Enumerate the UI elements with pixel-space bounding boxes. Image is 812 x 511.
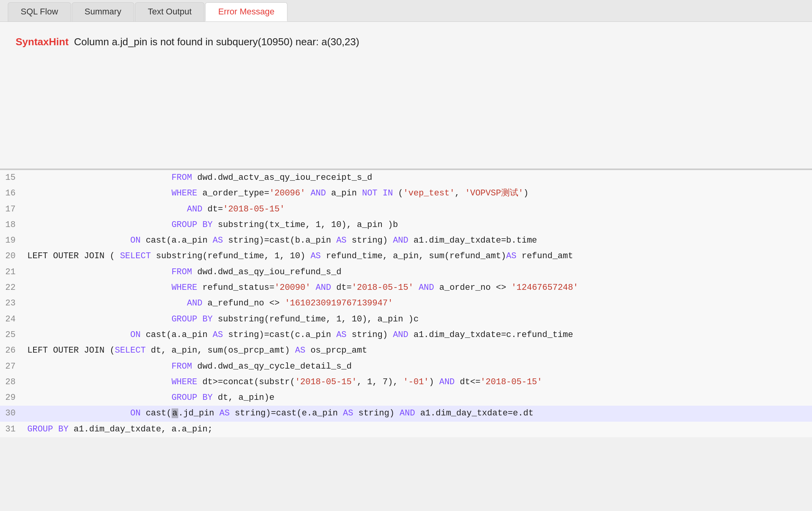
line-number: 16 <box>0 186 27 201</box>
tab-bar: SQL Flow Summary Text Output Error Messa… <box>0 0 812 22</box>
code-line-20: 20LEFT OUTER JOIN ( SELECT substring(ref… <box>0 248 812 264</box>
syntax-hint-label: SyntaxHint <box>16 36 69 48</box>
line-number: 23 <box>0 296 27 311</box>
code-line-18: 18 GROUP BY substring(tx_time, 1, 10), a… <box>0 217 812 233</box>
line-content: GROUP BY a1.dim_day_txdate, a.a_pin; <box>27 422 213 437</box>
tab-sql-flow[interactable]: SQL Flow <box>8 2 71 21</box>
line-number: 19 <box>0 233 27 248</box>
line-content: ON cast(a.a_pin AS string)=cast(b.a_pin … <box>27 233 537 248</box>
line-number: 28 <box>0 374 27 390</box>
tab-text-output[interactable]: Text Output <box>135 2 205 21</box>
code-line-30: 30 ON cast(a.jd_pin AS string)=cast(e.a_… <box>0 406 812 421</box>
line-number: 30 <box>0 406 27 421</box>
line-number: 21 <box>0 264 27 280</box>
line-content: WHERE dt>=concat(substr('2018-05-15', 1,… <box>27 374 542 390</box>
line-number: 26 <box>0 343 27 358</box>
line-number: 15 <box>0 170 27 186</box>
line-content: LEFT OUTER JOIN ( SELECT substring(refun… <box>27 248 573 264</box>
code-line-23: 23 AND a_refund_no <> '16102309197671399… <box>0 296 812 311</box>
code-line-29: 29 GROUP BY dt, a_pin)e <box>0 390 812 406</box>
syntax-hint-message: Column a.jd_pin is not found in subquery… <box>74 36 359 48</box>
line-number: 27 <box>0 359 27 374</box>
line-content: FROM dwd.dwd_as_qy_cycle_detail_s_d <box>27 359 352 374</box>
line-content: GROUP BY dt, a_pin)e <box>27 390 275 406</box>
tab-error-message[interactable]: Error Message <box>205 2 287 21</box>
line-content: GROUP BY substring(tx_time, 1, 10), a_pi… <box>27 217 398 233</box>
code-line-24: 24 GROUP BY substring(refund_time, 1, 10… <box>0 312 812 327</box>
code-line-25: 25 ON cast(a.a_pin AS string)=cast(c.a_p… <box>0 327 812 343</box>
code-line-22: 22 WHERE refund_status='20090' AND dt='2… <box>0 280 812 296</box>
line-content: WHERE a_order_type='20096' AND a_pin NOT… <box>27 186 528 201</box>
line-content: ON cast(a.jd_pin AS string)=cast(e.a_pin… <box>27 406 534 421</box>
line-number: 25 <box>0 327 27 343</box>
line-content: AND a_refund_no <> '1610230919767139947' <box>27 296 393 311</box>
code-line-16: 16 WHERE a_order_type='20096' AND a_pin … <box>0 186 812 201</box>
line-number: 29 <box>0 390 27 406</box>
code-panel: 15 FROM dwd.dwd_actv_as_qy_iou_receipt_s… <box>0 170 812 437</box>
error-panel: SyntaxHint Column a.jd_pin is not found … <box>0 22 812 170</box>
code-line-31: 31GROUP BY a1.dim_day_txdate, a.a_pin; <box>0 422 812 437</box>
line-number: 17 <box>0 202 27 217</box>
tab-summary[interactable]: Summary <box>72 2 134 21</box>
line-number: 24 <box>0 312 27 327</box>
line-number: 22 <box>0 280 27 296</box>
line-content: GROUP BY substring(refund_time, 1, 10), … <box>27 312 418 327</box>
code-line-19: 19 ON cast(a.a_pin AS string)=cast(b.a_p… <box>0 233 812 248</box>
line-content: AND dt='2018-05-15' <box>27 202 285 217</box>
syntax-hint-line: SyntaxHint Column a.jd_pin is not found … <box>16 36 796 48</box>
line-content: ON cast(a.a_pin AS string)=cast(c.a_pin … <box>27 327 573 343</box>
line-content: WHERE refund_status='20090' AND dt='2018… <box>27 280 578 296</box>
code-line-26: 26LEFT OUTER JOIN (SELECT dt, a_pin, sum… <box>0 343 812 358</box>
code-line-21: 21 FROM dwd.dwd_as_qy_iou_refund_s_d <box>0 264 812 280</box>
code-line-27: 27 FROM dwd.dwd_as_qy_cycle_detail_s_d <box>0 359 812 374</box>
code-line-17: 17 AND dt='2018-05-15' <box>0 202 812 217</box>
line-content: FROM dwd.dwd_actv_as_qy_iou_receipt_s_d <box>27 170 372 186</box>
line-content: FROM dwd.dwd_as_qy_iou_refund_s_d <box>27 264 341 280</box>
line-number: 18 <box>0 217 27 233</box>
code-line-15: 15 FROM dwd.dwd_actv_as_qy_iou_receipt_s… <box>0 170 812 186</box>
line-content: LEFT OUTER JOIN (SELECT dt, a_pin, sum(o… <box>27 343 367 358</box>
line-number: 20 <box>0 248 27 264</box>
code-line-28: 28 WHERE dt>=concat(substr('2018-05-15',… <box>0 374 812 390</box>
line-number: 31 <box>0 422 27 437</box>
